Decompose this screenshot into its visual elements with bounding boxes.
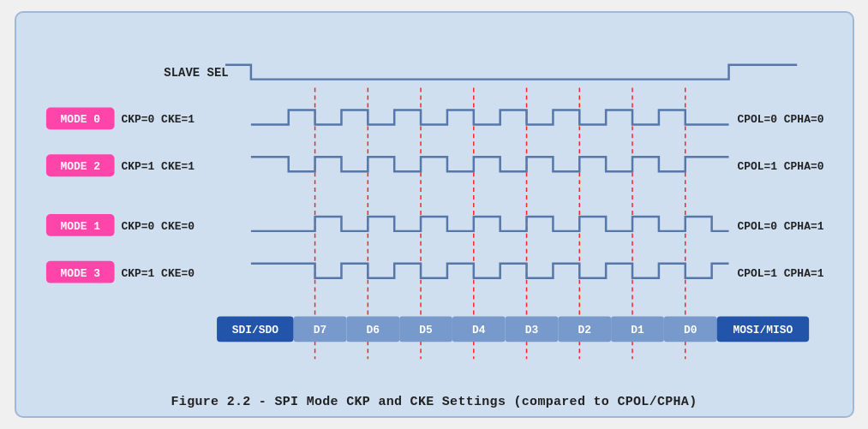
mode1-clock — [250, 217, 728, 231]
mode0-cpol-cpha: CPOL=0 CPHA=0 — [737, 113, 823, 126]
d6-label: D6 — [366, 324, 380, 337]
diagram-area: SLAVE SEL MODE 0 CKP=0 CKE=1 — [29, 21, 840, 390]
mode2-ckp-cke: CKP=1 CKE=1 — [121, 160, 195, 173]
d1-label: D1 — [631, 324, 644, 337]
d7-label: D7 — [313, 324, 326, 337]
mode0-label: MODE 0 — [60, 113, 100, 126]
d5-label: D5 — [419, 324, 433, 337]
figure-caption: Figure 2.2 - SPI Mode CKP and CKE Settin… — [171, 395, 697, 409]
mode2-label: MODE 2 — [60, 160, 100, 173]
d2-label: D2 — [578, 324, 591, 337]
slave-sel-signal — [225, 65, 797, 80]
diagram-container: SLAVE SEL MODE 0 CKP=0 CKE=1 — [15, 11, 854, 418]
mode2-clock — [250, 157, 728, 171]
mode0-clock — [250, 110, 728, 124]
d4-label: D4 — [472, 324, 486, 337]
mode1-cpol-cpha: CPOL=0 CPHA=1 — [737, 220, 823, 233]
d0-label: D0 — [683, 324, 697, 337]
slave-sel-label: SLAVE SEL — [164, 66, 228, 80]
mode3-cpol-cpha: CPOL=1 CPHA=1 — [737, 267, 823, 280]
mode3-ckp-cke: CKP=1 CKE=0 — [121, 267, 195, 280]
mode3-clock — [250, 264, 728, 278]
spi-diagram: SLAVE SEL MODE 0 CKP=0 CKE=1 — [29, 21, 840, 390]
mosimiso-label: MOSI/MISO — [733, 324, 793, 337]
mode0-ckp-cke: CKP=0 CKE=1 — [121, 113, 195, 126]
sdisdo-label: SDI/SDO — [231, 324, 278, 337]
mode2-cpol-cpha: CPOL=1 CPHA=0 — [737, 160, 823, 173]
mode3-label: MODE 3 — [60, 267, 100, 280]
d3-label: D3 — [524, 324, 538, 337]
mode1-label: MODE 1 — [60, 220, 100, 233]
mode1-ckp-cke: CKP=0 CKE=0 — [121, 220, 195, 233]
